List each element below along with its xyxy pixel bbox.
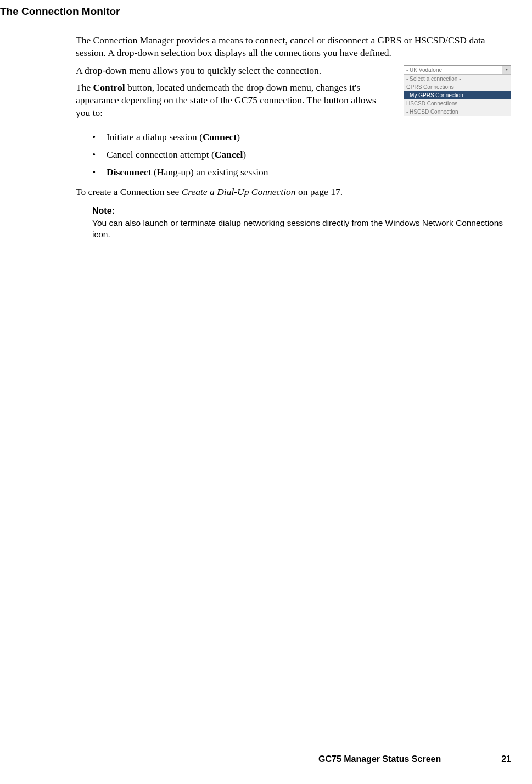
dropdown-selected-row: - UK Vodafone ▾: [404, 66, 511, 75]
bullet-text: Initiate a dialup session (Connect): [107, 130, 240, 144]
para3-bold: Control: [93, 82, 125, 93]
dropdown-arrow-icon: ▾: [502, 66, 511, 74]
dropdown-item-hscsd: - HSCSD Connection: [404, 108, 511, 116]
intro-paragraph: The Connection Manager provides a means …: [76, 34, 511, 59]
create-connection-para: To create a Connection see Create a Dial…: [76, 186, 511, 198]
bullet-text: Cancel connection attempt (Cancel): [107, 147, 246, 162]
bullet-icon: •: [92, 147, 107, 162]
para4-post: on page 17.: [296, 186, 343, 197]
footer-title: GC75 Manager Status Screen: [318, 754, 441, 764]
bullet-post: ): [243, 149, 246, 160]
note-label: Note:: [92, 206, 511, 216]
dropdown-prompt: - Select a connection -: [404, 75, 511, 83]
bullet-post: (Hang-up) an existing session: [152, 166, 268, 177]
control-button-para: The Control button, located underneath t…: [76, 81, 389, 119]
dropdown-group-hscsd: HSCSD Connections: [404, 99, 511, 108]
bullet-pre: Initiate a dialup session (: [107, 131, 203, 142]
footer-page-number: 21: [501, 754, 511, 764]
dropdown-item-gprs: - My GPRS Connection: [404, 91, 511, 99]
bullet-icon: •: [92, 165, 107, 179]
para4-italic: Create a Dial-Up Connection: [182, 186, 296, 197]
section-heading: The Connection Monitor: [0, 5, 532, 18]
bullet-post: ): [237, 131, 240, 142]
dropdown-group-gprs: GPRS Connections: [404, 83, 511, 91]
list-item: • Cancel connection attempt (Cancel): [92, 147, 511, 162]
connection-dropdown-figure: - UK Vodafone ▾ - Select a connection - …: [404, 65, 511, 116]
note-block: Note: You can also launch or terminate d…: [92, 206, 511, 241]
bullet-icon: •: [92, 130, 107, 144]
bullet-list: • Initiate a dialup session (Connect) • …: [92, 130, 511, 180]
bullet-bold: Connect: [203, 131, 237, 142]
dropdown-selected-text: - UK Vodafone: [404, 66, 502, 74]
bullet-bold: Cancel: [215, 149, 243, 160]
note-text: You can also launch or terminate dialup …: [92, 218, 511, 241]
para4-pre: To create a Connection see: [76, 186, 182, 197]
list-item: • Initiate a dialup session (Connect): [92, 130, 511, 144]
bullet-pre: Cancel connection attempt (: [107, 149, 215, 160]
bullet-bold: Disconnect: [107, 166, 152, 177]
dropdown-para: A drop-down menu allows you to quickly s…: [76, 64, 389, 77]
list-item: • Disconnect (Hang-up) an existing sessi…: [92, 165, 511, 179]
bullet-text: Disconnect (Hang-up) an existing session: [107, 165, 268, 179]
page-footer: GC75 Manager Status Screen21: [318, 754, 511, 764]
para3-pre: The: [76, 82, 93, 93]
